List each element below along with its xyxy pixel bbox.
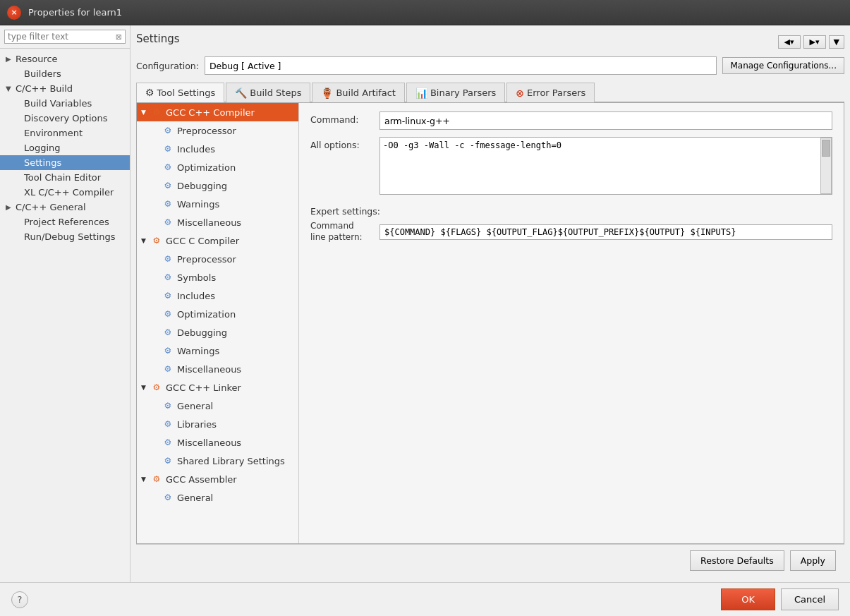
config-select-wrap[interactable]: Debug [ Active ] (205, 56, 717, 75)
sidebar-item-label: C/C++ General (16, 202, 86, 212)
nav-menu-button[interactable]: ▼ (829, 35, 844, 49)
tree-item-label: Debugging (177, 181, 227, 191)
binary-parsers-icon: 📊 (415, 87, 427, 99)
close-icon[interactable]: × (7, 6, 21, 20)
tab-binary-parsers[interactable]: 📊 Binary Parsers (406, 83, 505, 102)
tab-label: Build Steps (250, 87, 301, 98)
gear-icon: ⚙ (162, 289, 174, 302)
gear-icon: ⚙ (162, 216, 174, 229)
cmd-pattern-input[interactable] (380, 224, 832, 240)
tree-item-label: GCC C++ Compiler (166, 107, 255, 118)
tree-includes-1[interactable]: ⚙ Includes (137, 140, 298, 158)
tree-miscellaneous-1[interactable]: ⚙ Miscellaneous (137, 213, 298, 231)
scrollbar-vertical[interactable] (820, 138, 832, 194)
main-panel: ▼ ⚙ GCC C++ Compiler ⚙ Preprocessor ⚙ In… (136, 102, 844, 544)
tabs-bar: ⚙ Tool Settings 🔨 Build Steps 🏺 Build Ar… (136, 82, 844, 102)
tree-gcc-assembler[interactable]: ▼ ⚙ GCC Assembler (137, 470, 298, 488)
command-input[interactable] (380, 111, 832, 130)
tree-warnings-1[interactable]: ⚙ Warnings (137, 195, 298, 213)
sidebar-item-environment[interactable]: Environment (0, 126, 130, 140)
sidebar-item-cpp-build[interactable]: ▼ C/C++ Build (0, 81, 130, 96)
tree-general-4[interactable]: ⚙ General (137, 488, 298, 507)
filter-clear-icon[interactable]: ⊠ (116, 32, 122, 42)
dialog-body: ⊠ ▶ Resource Builders ▼ C/C++ Build (0, 25, 850, 582)
tool-settings-icon: ⚙ (145, 87, 154, 98)
sidebar-item-builders[interactable]: Builders (0, 66, 130, 81)
tree-symbols-2[interactable]: ⚙ Symbols (137, 268, 298, 286)
sidebar-item-project-references[interactable]: Project References (0, 215, 130, 229)
tree-includes-2[interactable]: ⚙ Includes (137, 286, 298, 305)
gear-icon: ⚙ (162, 436, 174, 449)
nav-back-button[interactable]: ◀▾ (778, 35, 801, 49)
tree-gcc-cpp-compiler[interactable]: ▼ ⚙ GCC C++ Compiler (137, 103, 298, 121)
config-select[interactable]: Debug [ Active ] (205, 59, 716, 73)
tree-item-label: General (177, 401, 213, 411)
tree-preprocessor-2[interactable]: ⚙ Preprocessor (137, 250, 298, 268)
tree-optimization-1[interactable]: ⚙ Optimization (137, 158, 298, 176)
gear-icon: ⚙ (162, 161, 174, 174)
filter-input[interactable] (8, 32, 116, 42)
tool-settings-tree: ▼ ⚙ GCC C++ Compiler ⚙ Preprocessor ⚙ In… (137, 103, 299, 543)
footer-right: Restore Defaults Apply (690, 550, 836, 571)
tree-miscellaneous-2[interactable]: ⚙ Miscellaneous (137, 360, 298, 378)
sidebar-item-discovery-options[interactable]: Discovery Options (0, 111, 130, 126)
sidebar-item-build-variables[interactable]: Build Variables (0, 96, 130, 111)
tree-debugging-1[interactable]: ⚙ Debugging (137, 176, 298, 195)
page-title: Settings (136, 31, 180, 47)
tree-preprocessor-1[interactable]: ⚙ Preprocessor (137, 121, 298, 140)
dialog-footer: Restore Defaults Apply (136, 544, 844, 576)
gear-icon: ⚙ (162, 363, 174, 375)
nav-forward-button[interactable]: ▶▾ (803, 35, 826, 49)
tab-error-parsers[interactable]: ⊗ Error Parsers (506, 83, 595, 102)
tree-item-label: Debugging (177, 327, 227, 338)
sidebar-item-resource[interactable]: ▶ Resource (0, 52, 130, 66)
tree-item-label: General (177, 493, 213, 503)
sidebar-item-label: Discovery Options (24, 113, 108, 123)
help-button[interactable]: ? (11, 591, 28, 608)
tree-item-label: Warnings (177, 199, 219, 210)
tree-item-label: Optimization (177, 162, 236, 173)
sidebar-item-toolchain-editor[interactable]: Tool Chain Editor (0, 170, 130, 185)
tree-gcc-cpp-linker[interactable]: ▼ ⚙ GCC C++ Linker (137, 378, 298, 397)
tree-item-label: Preprocessor (177, 254, 236, 265)
tree-item-label: Includes (177, 291, 215, 301)
restore-defaults-button[interactable]: Restore Defaults (690, 550, 784, 571)
manage-configurations-button[interactable]: Manage Configurations... (722, 57, 844, 74)
sidebar-item-settings[interactable]: Settings (0, 155, 130, 170)
window-title: Properties for learn1 (28, 7, 122, 18)
gear-icon: ⚙ (162, 344, 174, 357)
sidebar-item-run-debug[interactable]: Run/Debug Settings (0, 229, 130, 244)
tab-build-artifact[interactable]: 🏺 Build Artifact (312, 83, 405, 102)
sidebar-item-label: Build Variables (24, 98, 92, 109)
tab-label: Error Parsers (527, 87, 585, 98)
tree-libraries-3[interactable]: ⚙ Libraries (137, 415, 298, 433)
gear-icon: ⚙ (150, 473, 163, 485)
ok-button[interactable]: OK (721, 588, 775, 610)
tree-shared-lib-3[interactable]: ⚙ Shared Library Settings (137, 452, 298, 470)
tab-tool-settings[interactable]: ⚙ Tool Settings (136, 83, 224, 102)
sidebar-tree: ▶ Resource Builders ▼ C/C++ Build Build … (0, 49, 130, 582)
all-options-textarea[interactable]: -O0 -g3 -Wall -c -fmessage-length=0 (380, 138, 820, 194)
command-label: Command: (310, 111, 374, 125)
tree-gcc-c-compiler[interactable]: ▼ ⚙ GCC C Compiler (137, 231, 298, 250)
sidebar-item-cpp-general[interactable]: ▶ C/C++ General (0, 200, 130, 215)
tab-build-steps[interactable]: 🔨 Build Steps (226, 83, 310, 102)
command-row: Command: (310, 111, 832, 130)
sidebar-item-label: Project References (24, 217, 109, 227)
gear-icon: ⚙ (162, 491, 174, 504)
tree-item-label: Libraries (177, 419, 217, 430)
tree-debugging-2[interactable]: ⚙ Debugging (137, 323, 298, 342)
tree-warnings-2[interactable]: ⚙ Warnings (137, 342, 298, 360)
filter-box: ⊠ (0, 25, 130, 49)
sidebar-item-logging[interactable]: Logging (0, 140, 130, 155)
tree-miscellaneous-3[interactable]: ⚙ Miscellaneous (137, 433, 298, 452)
tree-optimization-2[interactable]: ⚙ Optimization (137, 305, 298, 323)
sidebar-item-xl-cpp[interactable]: XL C/C++ Compiler (0, 185, 130, 200)
tree-general-3[interactable]: ⚙ General (137, 397, 298, 415)
tree-item-label: Warnings (177, 346, 219, 356)
settings-detail: Command: All options: -O0 -g3 -Wall -c -… (299, 103, 844, 543)
cancel-button[interactable]: Cancel (781, 588, 839, 610)
expand-arrow: ▼ (141, 237, 148, 244)
apply-button[interactable]: Apply (790, 550, 836, 571)
gear-icon: ⚙ (162, 179, 174, 192)
